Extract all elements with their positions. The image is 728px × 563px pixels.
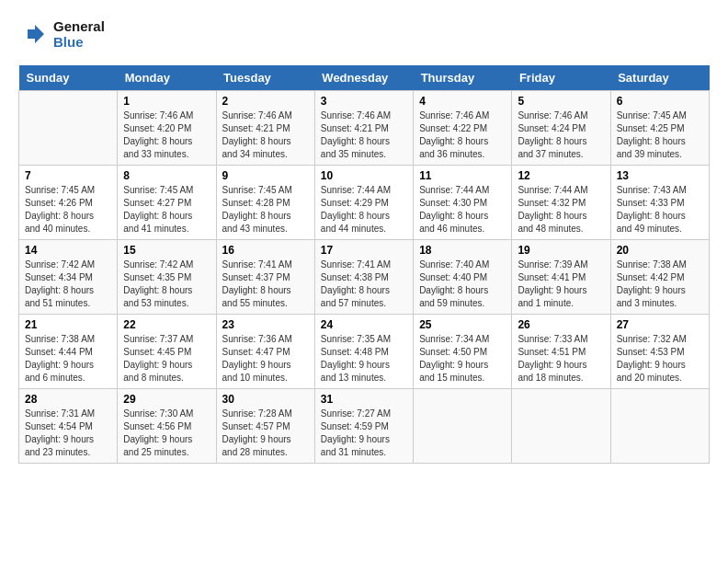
day-number: 9 <box>222 169 309 182</box>
logo-general-text: General <box>53 18 105 34</box>
day-number: 8 <box>123 169 210 182</box>
calendar-cell <box>414 388 512 463</box>
calendar-cell: 7Sunrise: 7:45 AM Sunset: 4:26 PM Daylig… <box>19 165 118 239</box>
day-info: Sunrise: 7:46 AM Sunset: 4:21 PM Dayligh… <box>222 109 309 161</box>
day-info: Sunrise: 7:33 AM Sunset: 4:51 PM Dayligh… <box>518 333 604 385</box>
week-row-4: 21Sunrise: 7:38 AM Sunset: 4:44 PM Dayli… <box>19 314 710 388</box>
day-info: Sunrise: 7:32 AM Sunset: 4:53 PM Dayligh… <box>617 333 703 385</box>
day-number: 25 <box>419 318 506 331</box>
day-info: Sunrise: 7:41 AM Sunset: 4:37 PM Dayligh… <box>222 259 309 310</box>
logo: General Blue <box>18 18 105 51</box>
calendar-cell: 31Sunrise: 7:27 AM Sunset: 4:59 PM Dayli… <box>314 388 413 463</box>
day-number: 21 <box>25 318 111 331</box>
day-info: Sunrise: 7:45 AM Sunset: 4:27 PM Dayligh… <box>123 184 210 236</box>
calendar-cell: 30Sunrise: 7:28 AM Sunset: 4:57 PM Dayli… <box>216 388 314 463</box>
day-number: 5 <box>518 95 604 108</box>
day-info: Sunrise: 7:35 AM Sunset: 4:48 PM Dayligh… <box>321 333 407 385</box>
calendar-cell: 13Sunrise: 7:43 AM Sunset: 4:33 PM Dayli… <box>610 165 709 239</box>
calendar-cell: 29Sunrise: 7:30 AM Sunset: 4:56 PM Dayli… <box>118 388 216 463</box>
calendar-cell <box>512 388 610 463</box>
calendar-cell: 25Sunrise: 7:34 AM Sunset: 4:50 PM Dayli… <box>414 314 512 388</box>
calendar-cell: 5Sunrise: 7:46 AM Sunset: 4:24 PM Daylig… <box>512 90 610 165</box>
calendar-cell: 17Sunrise: 7:41 AM Sunset: 4:38 PM Dayli… <box>314 239 413 314</box>
calendar-cell: 28Sunrise: 7:31 AM Sunset: 4:54 PM Dayli… <box>19 388 118 463</box>
day-info: Sunrise: 7:44 AM Sunset: 4:32 PM Dayligh… <box>518 184 604 236</box>
day-number: 4 <box>419 95 506 108</box>
day-info: Sunrise: 7:44 AM Sunset: 4:30 PM Dayligh… <box>419 184 506 236</box>
day-info: Sunrise: 7:42 AM Sunset: 4:35 PM Dayligh… <box>123 259 210 310</box>
day-info: Sunrise: 7:46 AM Sunset: 4:24 PM Dayligh… <box>518 109 604 161</box>
day-number: 23 <box>222 318 309 331</box>
day-number: 15 <box>123 244 210 257</box>
calendar-cell: 23Sunrise: 7:36 AM Sunset: 4:47 PM Dayli… <box>216 314 314 388</box>
calendar-cell <box>610 388 709 463</box>
calendar-cell: 27Sunrise: 7:32 AM Sunset: 4:53 PM Dayli… <box>610 314 709 388</box>
calendar-cell: 26Sunrise: 7:33 AM Sunset: 4:51 PM Dayli… <box>512 314 610 388</box>
day-info: Sunrise: 7:42 AM Sunset: 4:34 PM Dayligh… <box>25 259 111 310</box>
calendar-table: SundayMondayTuesdayWednesdayThursdayFrid… <box>18 65 710 464</box>
calendar-cell: 18Sunrise: 7:40 AM Sunset: 4:40 PM Dayli… <box>414 239 512 314</box>
day-info: Sunrise: 7:46 AM Sunset: 4:22 PM Dayligh… <box>419 109 506 161</box>
week-row-1: 1Sunrise: 7:46 AM Sunset: 4:20 PM Daylig… <box>19 90 710 165</box>
calendar-cell: 19Sunrise: 7:39 AM Sunset: 4:41 PM Dayli… <box>512 239 610 314</box>
day-header-sunday: Sunday <box>19 65 118 91</box>
day-info: Sunrise: 7:28 AM Sunset: 4:57 PM Dayligh… <box>222 408 309 459</box>
day-number: 14 <box>25 244 111 257</box>
calendar-cell: 6Sunrise: 7:45 AM Sunset: 4:25 PM Daylig… <box>610 90 709 165</box>
day-number: 16 <box>222 244 309 257</box>
day-number: 19 <box>518 244 604 257</box>
day-number: 30 <box>222 393 309 406</box>
day-number: 29 <box>123 393 210 406</box>
calendar-cell: 15Sunrise: 7:42 AM Sunset: 4:35 PM Dayli… <box>118 239 216 314</box>
day-info: Sunrise: 7:31 AM Sunset: 4:54 PM Dayligh… <box>25 408 111 459</box>
calendar-cell: 21Sunrise: 7:38 AM Sunset: 4:44 PM Dayli… <box>19 314 118 388</box>
day-number: 26 <box>518 318 604 331</box>
calendar-cell: 3Sunrise: 7:46 AM Sunset: 4:21 PM Daylig… <box>314 90 413 165</box>
day-info: Sunrise: 7:38 AM Sunset: 4:44 PM Dayligh… <box>25 333 111 385</box>
day-info: Sunrise: 7:37 AM Sunset: 4:45 PM Dayligh… <box>123 333 210 385</box>
day-header-wednesday: Wednesday <box>314 65 413 91</box>
day-info: Sunrise: 7:36 AM Sunset: 4:47 PM Dayligh… <box>222 333 309 385</box>
day-info: Sunrise: 7:30 AM Sunset: 4:56 PM Dayligh… <box>123 408 210 459</box>
calendar-cell: 2Sunrise: 7:46 AM Sunset: 4:21 PM Daylig… <box>216 90 314 165</box>
day-number: 6 <box>617 95 703 108</box>
day-info: Sunrise: 7:46 AM Sunset: 4:21 PM Dayligh… <box>321 109 407 161</box>
day-header-friday: Friday <box>512 65 610 91</box>
day-number: 11 <box>419 169 506 182</box>
day-info: Sunrise: 7:43 AM Sunset: 4:33 PM Dayligh… <box>617 184 703 236</box>
day-header-saturday: Saturday <box>610 65 709 91</box>
day-number: 3 <box>321 95 407 108</box>
calendar-cell: 20Sunrise: 7:38 AM Sunset: 4:42 PM Dayli… <box>610 239 709 314</box>
page-header: General Blue <box>18 18 710 51</box>
day-number: 17 <box>321 244 407 257</box>
days-header-row: SundayMondayTuesdayWednesdayThursdayFrid… <box>19 65 710 91</box>
day-info: Sunrise: 7:27 AM Sunset: 4:59 PM Dayligh… <box>321 408 407 459</box>
day-info: Sunrise: 7:46 AM Sunset: 4:20 PM Dayligh… <box>123 109 210 161</box>
week-row-5: 28Sunrise: 7:31 AM Sunset: 4:54 PM Dayli… <box>19 388 710 463</box>
calendar-cell: 22Sunrise: 7:37 AM Sunset: 4:45 PM Dayli… <box>118 314 216 388</box>
day-number: 31 <box>321 393 407 406</box>
day-info: Sunrise: 7:40 AM Sunset: 4:40 PM Dayligh… <box>419 259 506 310</box>
day-header-thursday: Thursday <box>414 65 512 91</box>
day-number: 2 <box>222 95 309 108</box>
day-header-monday: Monday <box>118 65 216 91</box>
day-number: 10 <box>321 169 407 182</box>
day-number: 27 <box>617 318 703 331</box>
logo-svg <box>18 21 48 47</box>
calendar-cell: 10Sunrise: 7:44 AM Sunset: 4:29 PM Dayli… <box>314 165 413 239</box>
day-header-tuesday: Tuesday <box>216 65 314 91</box>
day-number: 20 <box>617 244 703 257</box>
day-number: 12 <box>518 169 604 182</box>
day-info: Sunrise: 7:39 AM Sunset: 4:41 PM Dayligh… <box>518 259 604 310</box>
calendar-cell: 4Sunrise: 7:46 AM Sunset: 4:22 PM Daylig… <box>414 90 512 165</box>
day-number: 18 <box>419 244 506 257</box>
calendar-cell <box>19 90 118 165</box>
day-info: Sunrise: 7:45 AM Sunset: 4:26 PM Dayligh… <box>25 184 111 236</box>
calendar-cell: 11Sunrise: 7:44 AM Sunset: 4:30 PM Dayli… <box>414 165 512 239</box>
calendar-cell: 24Sunrise: 7:35 AM Sunset: 4:48 PM Dayli… <box>314 314 413 388</box>
day-info: Sunrise: 7:44 AM Sunset: 4:29 PM Dayligh… <box>321 184 407 236</box>
calendar-cell: 16Sunrise: 7:41 AM Sunset: 4:37 PM Dayli… <box>216 239 314 314</box>
day-number: 13 <box>617 169 703 182</box>
day-number: 1 <box>123 95 210 108</box>
day-info: Sunrise: 7:34 AM Sunset: 4:50 PM Dayligh… <box>419 333 506 385</box>
